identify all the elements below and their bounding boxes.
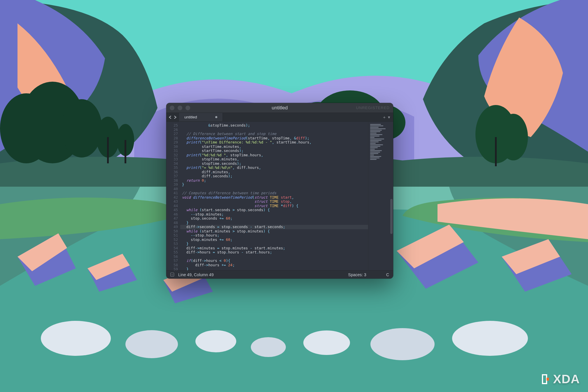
code-area[interactable]: &stopTime.seconds); // Difference betwee…: [180, 122, 368, 270]
minimap[interactable]: [368, 122, 393, 270]
watermark-text: XDA: [553, 372, 580, 386]
code-line[interactable]: printf("%d:%d:%d ", stopTime.hours,: [181, 153, 368, 158]
code-line[interactable]: diff->seconds = stop.seconds - start.sec…: [180, 225, 368, 229]
minimap-row: [370, 156, 381, 157]
code-line[interactable]: differenceBetweenTimePeriod(startTime, s…: [181, 136, 368, 141]
code-line[interactable]: // Computes difference between time peri…: [181, 191, 368, 195]
line-number-gutter: 2526272829303132333435363738394041424344…: [166, 122, 180, 270]
minimap-row: [370, 128, 386, 129]
nav-forward-icon[interactable]: [173, 116, 177, 119]
minimap-row: [370, 150, 382, 151]
scrollbar-thumb[interactable]: [390, 199, 393, 234]
line-number: 56: [166, 255, 178, 259]
new-tab-icon[interactable]: +: [383, 115, 386, 120]
minimap-row: [370, 153, 378, 154]
code-line[interactable]: diff->minutes = stop.minutes - start.min…: [181, 246, 368, 251]
minimap-row: [370, 149, 375, 150]
svg-point-20: [370, 328, 435, 360]
svg-point-4: [61, 99, 102, 158]
code-line[interactable]: stopTime.minutes,: [181, 157, 368, 162]
editor-body: 2526272829303132333435363738394041424344…: [166, 122, 393, 270]
code-line[interactable]: }: [181, 183, 368, 187]
line-number: 51: [166, 233, 178, 238]
code-line[interactable]: if(diff->hours < 0){: [181, 259, 368, 263]
line-number: 27: [166, 132, 178, 136]
code-line[interactable]: [181, 187, 368, 191]
code-line[interactable]: diff->hours = stop.hours - start.hours;: [181, 250, 368, 255]
minimap-row: [370, 144, 383, 145]
svg-rect-22: [547, 378, 549, 381]
code-line[interactable]: struct TIME stop,: [181, 200, 368, 204]
tab-menu-icon[interactable]: ▾: [388, 115, 390, 120]
line-number: 49: [166, 225, 178, 229]
minimap-row: [370, 125, 383, 126]
minimap-row: [370, 134, 382, 135]
code-line[interactable]: --stop.hours;: [181, 233, 368, 238]
code-line[interactable]: // Difference between start and stop tim…: [181, 132, 368, 136]
code-line[interactable]: startTime.seconds);: [181, 149, 368, 153]
scrollbar-track[interactable]: [390, 122, 393, 270]
watermark-logo-icon: [541, 374, 550, 385]
nav-back-icon[interactable]: [169, 116, 172, 119]
minimap-row: [370, 147, 378, 148]
minimap-row: [370, 140, 382, 141]
indentation-setting[interactable]: Spaces: 3: [348, 272, 366, 277]
line-number: 26: [166, 128, 178, 132]
code-line[interactable]: printf("= %d:%d:%d\n", diff.hours,: [181, 166, 368, 170]
titlebar[interactable]: untitled UNREGISTERED: [166, 103, 393, 113]
code-line[interactable]: while (start.seconds > stop.seconds) {: [181, 208, 368, 212]
code-line[interactable]: printf("\nTime Difference: %d:%d:%d - ",…: [181, 140, 368, 145]
svg-point-21: [452, 321, 528, 356]
line-number: 47: [166, 216, 178, 221]
line-number: 25: [166, 123, 178, 128]
syntax-setting[interactable]: C: [386, 272, 389, 277]
code-line[interactable]: stop.seconds += 60;: [181, 216, 368, 221]
line-number: 36: [166, 170, 178, 174]
svg-point-18: [251, 337, 286, 357]
minimap-row: [370, 139, 384, 139]
code-line[interactable]: stop.minutes += 60;: [181, 238, 368, 242]
line-number: 54: [166, 246, 178, 251]
line-number: 44: [166, 204, 178, 208]
line-number: 28: [166, 136, 178, 141]
line-number: 57: [166, 259, 178, 263]
code-line[interactable]: }: [181, 242, 368, 246]
site-watermark: XDA: [541, 372, 580, 386]
line-number: 43: [166, 200, 178, 204]
code-line[interactable]: }: [181, 267, 368, 270]
code-line[interactable]: return 0;: [181, 178, 368, 183]
line-number: 30: [166, 145, 178, 149]
svg-point-16: [125, 330, 178, 358]
code-line[interactable]: struct TIME *diff) {: [181, 204, 368, 208]
line-number: 53: [166, 242, 178, 246]
minimap-row: [370, 136, 379, 136]
line-number: 29: [166, 140, 178, 145]
code-line[interactable]: diff->hours += 24;: [181, 263, 368, 267]
code-line[interactable]: [181, 128, 368, 132]
svg-point-19: [303, 330, 350, 355]
code-line[interactable]: diff.seconds);: [181, 174, 368, 178]
panel-switcher-icon[interactable]: [170, 273, 174, 276]
minimap-row: [370, 133, 377, 134]
code-line[interactable]: diff.minutes,: [181, 170, 368, 174]
minimap-row: [370, 158, 379, 158]
svg-point-11: [499, 114, 528, 160]
code-line[interactable]: stopTime.seconds);: [181, 162, 368, 166]
minimap-row: [370, 143, 376, 144]
line-number: 31: [166, 149, 178, 153]
line-number: 55: [166, 250, 178, 255]
code-line[interactable]: void differenceBetweenTimePeriod(struct …: [181, 195, 368, 200]
cursor-position[interactable]: Line 49, Column 49: [178, 272, 214, 277]
code-line[interactable]: &stopTime.seconds);: [181, 123, 368, 128]
minimap-row: [370, 131, 380, 132]
code-line[interactable]: startTime.minutes,: [181, 145, 368, 149]
line-number: 48: [166, 221, 178, 225]
code-line[interactable]: --stop.minutes;: [181, 212, 368, 217]
line-number: 45: [166, 208, 178, 212]
tab-untitled[interactable]: untitled: [179, 113, 223, 121]
code-line[interactable]: while (start.minutes > stop.minutes) {: [181, 229, 368, 234]
code-line[interactable]: }: [181, 221, 368, 225]
tab-label: untitled: [184, 115, 197, 119]
line-number: 38: [166, 178, 178, 183]
code-line[interactable]: [181, 255, 368, 259]
